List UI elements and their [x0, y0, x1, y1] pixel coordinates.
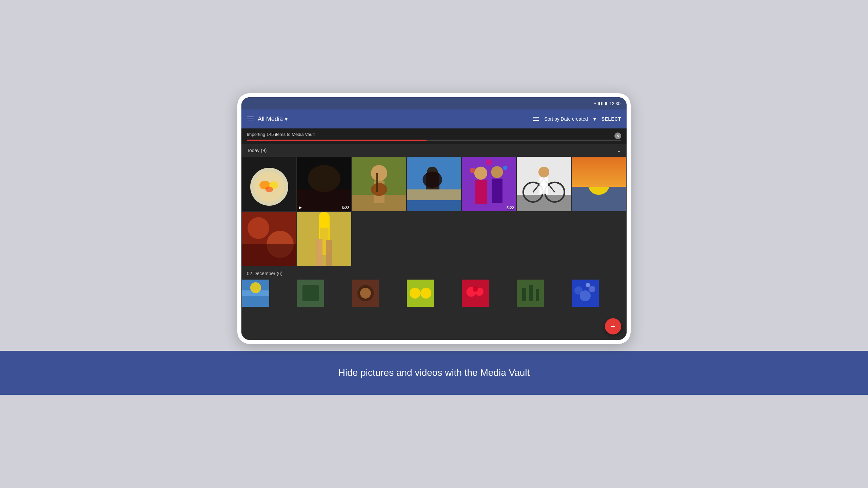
photo-item[interactable]: 5:22	[462, 157, 516, 211]
svg-rect-52	[326, 240, 332, 266]
svg-point-10	[308, 165, 340, 192]
dec-photo-grid	[241, 280, 627, 307]
today-chevron-icon: ⌄	[617, 147, 621, 154]
dec-section-title: 02 December (6)	[247, 271, 282, 276]
svg-point-5	[265, 187, 273, 192]
svg-point-62	[410, 288, 420, 299]
svg-rect-19	[407, 200, 461, 211]
signal-icon: ▮▮	[598, 101, 603, 106]
svg-point-24	[474, 167, 487, 180]
tagline-text: Hide pictures and videos with the Media …	[338, 367, 530, 378]
photo-item[interactable]	[407, 280, 434, 307]
svg-rect-18	[407, 189, 461, 200]
content-area: Today (9) ⌄	[241, 144, 627, 340]
svg-point-67	[473, 286, 478, 292]
dec-section-header[interactable]: 02 December (6)	[241, 267, 627, 280]
play-icon: ▶	[299, 205, 302, 210]
title-area: All Media ▾	[258, 116, 529, 123]
svg-point-74	[580, 290, 591, 301]
photo-item[interactable]: ▶ 6:22	[297, 157, 351, 211]
outer-frame: ▾ ▮▮ ▮ 12:30 All Media ▾	[237, 93, 631, 344]
title-dropdown-arrow[interactable]: ▾	[285, 116, 288, 122]
video-duration: 6:22	[342, 206, 349, 210]
status-time: 12:30	[609, 101, 620, 106]
svg-point-25	[491, 166, 503, 178]
app-title: All Media	[258, 116, 283, 123]
svg-rect-16	[376, 173, 378, 192]
photo-item[interactable]	[297, 280, 324, 307]
photo-item[interactable]	[352, 280, 379, 307]
battery-icon: ▮	[605, 101, 607, 106]
today-photo-grid-row1: ▶ 6:22	[241, 157, 627, 211]
tablet-screen: ▾ ▮▮ ▮ 12:30 All Media ▾	[241, 97, 627, 340]
photo-item[interactable]	[297, 212, 351, 266]
progress-track	[247, 140, 621, 141]
svg-rect-47	[242, 244, 296, 266]
svg-point-76	[586, 283, 590, 287]
today-section-title: Today (9)	[247, 148, 267, 153]
svg-point-75	[589, 286, 595, 292]
today-section-header[interactable]: Today (9) ⌄	[241, 144, 627, 157]
progress-fill	[247, 140, 427, 141]
wifi-icon: ▾	[594, 101, 596, 106]
svg-point-63	[420, 288, 431, 299]
photo-item[interactable]	[242, 212, 296, 266]
photo-item[interactable]	[352, 157, 406, 211]
photo-item[interactable]	[572, 280, 599, 307]
svg-rect-39	[539, 178, 548, 194]
photo-item[interactable]	[517, 157, 571, 211]
fab-add-button[interactable]: +	[605, 318, 621, 334]
svg-rect-71	[536, 289, 539, 301]
svg-point-22	[422, 171, 442, 188]
svg-point-30	[486, 159, 492, 165]
svg-point-38	[538, 167, 549, 178]
svg-point-29	[503, 166, 508, 170]
sort-button[interactable]: Sort by Date created	[544, 116, 588, 122]
svg-point-28	[470, 168, 475, 173]
photo-item[interactable]	[242, 280, 269, 307]
photo-item[interactable]	[462, 280, 489, 307]
import-message: Importing 145 items to Media Vault	[247, 132, 315, 137]
today-photo-grid-row2	[241, 212, 627, 266]
svg-point-13	[371, 165, 387, 181]
photo-item[interactable]	[242, 157, 296, 211]
svg-rect-26	[475, 180, 487, 204]
svg-rect-70	[529, 285, 533, 301]
photo-item[interactable]	[407, 157, 461, 211]
status-bar: ▾ ▮▮ ▮ 12:30	[241, 97, 627, 109]
photo-item[interactable]	[572, 157, 626, 211]
svg-rect-51	[316, 239, 322, 266]
svg-rect-69	[522, 288, 526, 301]
list-view-icon[interactable]	[533, 117, 539, 121]
svg-rect-27	[492, 179, 502, 203]
photo-item[interactable]	[517, 280, 544, 307]
toolbar: All Media ▾ Sort by Date created ▾ SELEC…	[241, 109, 627, 128]
import-banner: Importing 145 items to Media Vault ✕	[241, 128, 627, 144]
select-button[interactable]: SELECT	[601, 116, 621, 122]
hamburger-menu-button[interactable]	[247, 117, 254, 121]
svg-point-60	[360, 288, 371, 299]
svg-point-55	[250, 282, 261, 293]
video-duration: 5:22	[507, 206, 514, 210]
svg-point-15	[371, 183, 387, 196]
status-icons: ▾ ▮▮ ▮ 12:30	[594, 101, 620, 106]
svg-rect-43	[572, 157, 626, 187]
sort-dropdown-arrow[interactable]: ▾	[593, 116, 596, 122]
svg-point-45	[248, 217, 269, 239]
toolbar-right: Sort by Date created ▾ SELECT	[533, 116, 621, 122]
svg-rect-57	[302, 285, 319, 301]
import-close-button[interactable]: ✕	[614, 133, 621, 139]
tagline-bar: Hide pictures and videos with the Media …	[0, 351, 868, 395]
